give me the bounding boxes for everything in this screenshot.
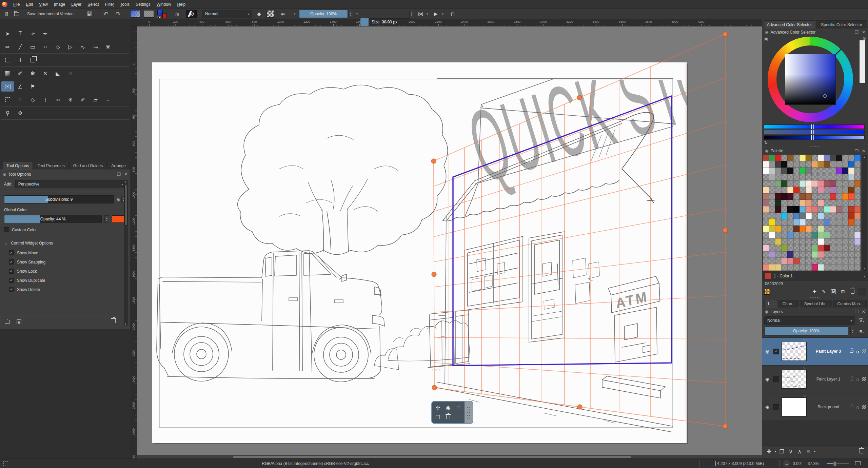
- palette-swatch[interactable]: [787, 238, 793, 245]
- palette-swatch[interactable]: [842, 219, 848, 226]
- close-docker-icon[interactable]: ✕: [862, 309, 865, 314]
- tool-options-scrollbar[interactable]: [124, 180, 128, 326]
- palette-swatch[interactable]: [812, 226, 818, 232]
- tool-text[interactable]: T: [14, 28, 26, 39]
- tool-line[interactable]: ╱: [14, 42, 26, 52]
- checkbox-show-duplicate[interactable]: ✓Show Duplicate: [0, 276, 130, 285]
- palette-swatch[interactable]: [812, 174, 818, 180]
- palette-swatch[interactable]: [830, 206, 836, 213]
- docker-tab-chan[interactable]: Chan...: [778, 300, 799, 308]
- checkbox-show-lock[interactable]: ✓Show Lock: [0, 267, 130, 276]
- palette-swatch[interactable]: [806, 168, 812, 174]
- palette-swatch[interactable]: [775, 232, 781, 238]
- palette-swatch[interactable]: [763, 232, 769, 238]
- palette-swatch[interactable]: [763, 155, 769, 161]
- palette-swatch[interactable]: [836, 238, 842, 245]
- palette-swatch[interactable]: [781, 226, 787, 232]
- tool-similar-select[interactable]: ✐: [77, 95, 89, 105]
- menu-view[interactable]: View: [36, 1, 51, 8]
- tool-move[interactable]: ✛: [14, 55, 26, 65]
- layer-row-paint-layer-3[interactable]: ↘◉✓Paint Layer 3α: [762, 338, 868, 366]
- palette-swatch[interactable]: [812, 213, 818, 219]
- palette-swatch[interactable]: [824, 264, 830, 271]
- palette-swatch[interactable]: [806, 180, 812, 187]
- edit-palette-button[interactable]: ✎: [820, 288, 828, 295]
- palette-swatch[interactable]: [824, 187, 830, 193]
- palette-swatch[interactable]: [848, 174, 854, 180]
- palette-swatch[interactable]: [775, 155, 781, 161]
- palette-swatch[interactable]: [848, 219, 854, 226]
- open-assistants-button[interactable]: [5, 320, 10, 324]
- tool-pattern-edit[interactable]: ❃: [26, 68, 39, 78]
- palette-swatch[interactable]: [806, 264, 812, 271]
- palette-swatch[interactable]: [842, 251, 848, 258]
- palette-swatch[interactable]: [818, 213, 824, 219]
- palette-swatch[interactable]: [763, 238, 769, 245]
- palette-swatch[interactable]: [769, 180, 775, 187]
- palette-swatch[interactable]: [812, 206, 818, 213]
- palette-swatch[interactable]: [818, 219, 824, 226]
- palette-swatch[interactable]: [830, 219, 836, 226]
- saturation-bar[interactable]: [764, 130, 865, 134]
- palette-swatch[interactable]: [842, 232, 848, 238]
- menu-edit[interactable]: Edit: [23, 1, 36, 8]
- mirror-vertical-button[interactable]: ▶: [431, 10, 440, 18]
- palette-swatch[interactable]: [793, 238, 800, 245]
- palette-swatch[interactable]: [824, 193, 830, 200]
- close-docker-icon[interactable]: ✕: [862, 149, 865, 153]
- palette-swatch[interactable]: [763, 213, 769, 219]
- palette-swatch[interactable]: [793, 251, 800, 258]
- palette-swatch[interactable]: [781, 168, 787, 174]
- palette-swatch[interactable]: [854, 264, 861, 271]
- palette-swatch[interactable]: [806, 161, 812, 168]
- zoom-slider-thumb[interactable]: [833, 462, 836, 466]
- layer-checkbox[interactable]: ✓: [773, 349, 779, 354]
- tool-magnetic-select[interactable]: ↬: [52, 95, 64, 105]
- palette-swatch[interactable]: [793, 174, 800, 180]
- palette-swatch[interactable]: [818, 264, 824, 271]
- assistant-opacity-slider[interactable]: Opacity: 44 %: [4, 215, 102, 223]
- palette-swatch[interactable]: [800, 174, 806, 180]
- palette-swatch[interactable]: [848, 161, 854, 168]
- opacity-spinner[interactable]: ▲▼: [348, 10, 353, 18]
- palette-swatch[interactable]: [854, 155, 861, 161]
- layer-alpha-inherit-chip[interactable]: [862, 405, 866, 409]
- palette-swatch[interactable]: [830, 213, 836, 219]
- palette-swatch[interactable]: [781, 155, 787, 161]
- preserve-alpha-button[interactable]: [267, 10, 274, 18]
- palette-swatch[interactable]: [769, 168, 775, 174]
- layer-checkbox[interactable]: [773, 404, 779, 410]
- palette-swatch[interactable]: [848, 200, 854, 206]
- palette-swatch[interactable]: [769, 219, 775, 226]
- saturation-value-square[interactable]: [785, 54, 836, 105]
- palette-swatch[interactable]: [836, 232, 842, 238]
- palette-swatch[interactable]: [793, 187, 800, 193]
- mirror-vertical-dropdown[interactable]: ▾: [441, 10, 445, 18]
- palette-swatch[interactable]: [842, 187, 848, 193]
- tool-polygon-select[interactable]: ◇: [26, 95, 39, 105]
- color-history-strip[interactable]: [859, 40, 865, 83]
- palette-swatch[interactable]: [818, 232, 824, 238]
- palette-swatch[interactable]: [800, 168, 806, 174]
- palette-swatch[interactable]: [842, 213, 848, 219]
- palette-swatch[interactable]: [800, 264, 806, 271]
- tool-bezier-select[interactable]: ▱: [89, 95, 102, 105]
- tool-reference-images[interactable]: ⚑: [26, 81, 39, 92]
- palette-swatch[interactable]: [842, 264, 848, 271]
- palette-swatch[interactable]: [769, 200, 775, 206]
- palette-swatch[interactable]: [830, 168, 836, 174]
- palette-swatch[interactable]: [824, 238, 830, 245]
- palette-swatch[interactable]: [830, 232, 836, 238]
- palette-swatch[interactable]: [806, 258, 812, 264]
- add-layer-button[interactable]: ✚: [765, 448, 773, 455]
- inherit-alpha-icon[interactable]: ↘: [803, 366, 806, 370]
- palette-swatch[interactable]: [854, 251, 861, 258]
- document-canvas[interactable]: QUICK STOP: [137, 26, 762, 459]
- canvas-rotation-icon[interactable]: ↔: [783, 460, 790, 467]
- tool-rectangle[interactable]: ▭: [26, 42, 39, 52]
- palette-swatch[interactable]: [842, 245, 848, 251]
- palette-swatch[interactable]: [800, 155, 806, 161]
- palette-swatch[interactable]: [836, 206, 842, 213]
- palette-swatch[interactable]: [806, 200, 812, 206]
- palette-swatch[interactable]: [775, 200, 781, 206]
